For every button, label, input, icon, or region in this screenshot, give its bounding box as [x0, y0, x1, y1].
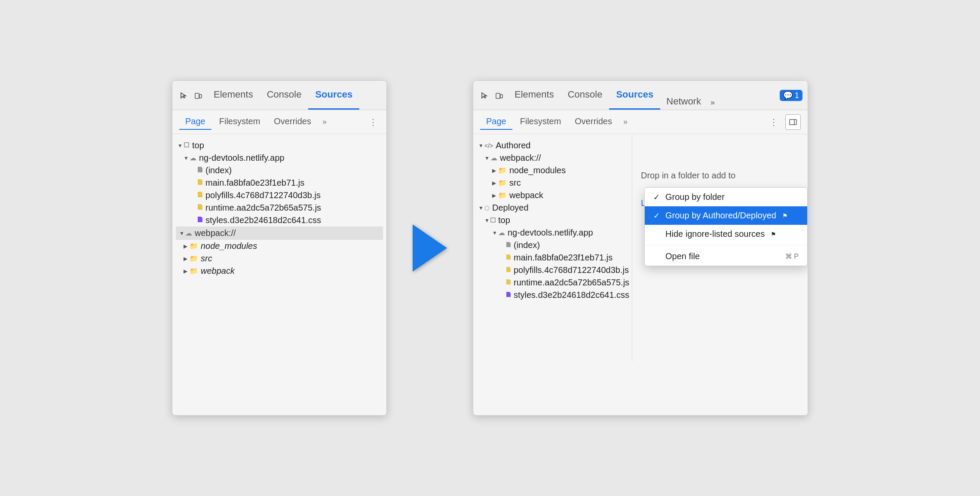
right-sub-tab-filesystem[interactable]: Filesystem — [514, 114, 567, 130]
file-icon-html — [197, 166, 203, 175]
right-filesystem-area: Drop in a folder to add to Learn more ab… — [632, 134, 808, 415]
svg-rect-1 — [199, 95, 202, 98]
tree-item-main-right[interactable]: main.fa8bfa0e23f1eb71.js — [477, 251, 628, 264]
right-inspect-icon[interactable] — [478, 89, 490, 101]
file-icon-html-right — [506, 242, 511, 249]
tree-item-top[interactable]: top — [176, 139, 383, 152]
tree-item-top-right[interactable]: top — [477, 214, 628, 227]
inspect-icon[interactable] — [178, 89, 190, 101]
right-device-icon[interactable] — [493, 89, 505, 101]
tree-label-index-right: (index) — [514, 240, 540, 250]
left-toolbar: Elements Console Sources — [172, 81, 386, 110]
tree-item-src[interactable]: 📁 src — [176, 252, 383, 265]
tree-item-ngdevtools[interactable]: ☁ ng-devtools.netlify.app — [176, 152, 383, 164]
dropdown-label-hide-ignore: Hide ignore-listed sources — [665, 229, 765, 239]
blue-arrow-icon — [413, 224, 447, 272]
file-icon-js-r2 — [506, 266, 511, 274]
tree-item-index[interactable]: (index) — [176, 164, 383, 177]
folder-icon-webpack-right: 📁 — [498, 191, 507, 199]
tree-arrow-src — [184, 256, 190, 262]
dropdown-group-by-authored[interactable]: ✓ Group by Authored/Deployed ⚑ — [645, 206, 807, 225]
tree-item-src-right[interactable]: 📁 src — [477, 177, 628, 189]
right-tab-more[interactable]: » — [707, 95, 718, 110]
tab-console[interactable]: Console — [260, 81, 309, 110]
file-icon-js1 — [197, 179, 203, 187]
dropdown-label-open-file: Open file — [665, 251, 700, 261]
right-tab-network[interactable]: Network — [660, 93, 707, 110]
tree-arrow-node-modules — [184, 243, 190, 249]
svg-rect-2 — [184, 143, 189, 147]
shortcut-open-file: ⌘ P — [785, 252, 799, 260]
dropdown-group-by-folder[interactable]: ✓ Group by folder — [645, 188, 807, 206]
sub-tab-page[interactable]: Page — [179, 114, 211, 130]
tree-item-runtime-right[interactable]: runtime.aa2dc5a72b65a575.js — [477, 276, 628, 289]
tree-section-webpack[interactable]: ☁ webpack:// — [176, 227, 383, 240]
tree-label-polyfills-right: polyfills.4c768d7122740d3b.js — [514, 265, 629, 275]
tree-label-top: top — [192, 141, 204, 150]
tree-item-index-right[interactable]: (index) — [477, 239, 628, 251]
tree-label-node-modules-right: node_modules — [509, 165, 566, 175]
tree-label-styles-right: styles.d3e2b24618d2c641.css — [514, 290, 629, 300]
tree-arrow-webpack-section — [179, 230, 185, 236]
folder-icon-src-right: 📁 — [498, 179, 507, 187]
tree-item-webpack-folder[interactable]: 📁 webpack — [176, 265, 383, 277]
context-menu: ✓ Group by folder ✓ Group by Authored/De… — [644, 187, 808, 266]
tree-item-authored[interactable]: </> Authored — [477, 139, 628, 152]
right-devtools-panel: Elements Console Sources Network » 💬 1 P… — [473, 80, 808, 416]
tree-item-main[interactable]: main.fa8bfa0e23f1eb71.js — [176, 177, 383, 189]
toggle-sidebar-button[interactable] — [785, 114, 801, 130]
tree-arrow-top-right — [484, 217, 490, 224]
right-sub-tab-page[interactable]: Page — [480, 114, 512, 130]
tree-label-authored: Authored — [496, 141, 530, 150]
dropdown-divider — [645, 245, 807, 245]
left-tab-bar: Elements Console Sources — [207, 81, 381, 110]
tree-label-webpack-right: webpack — [509, 190, 543, 200]
right-tab-elements[interactable]: Elements — [508, 81, 561, 110]
tree-item-polyfills[interactable]: polyfills.4c768d7122740d3b.js — [176, 189, 383, 202]
check-icon-group-folder: ✓ — [653, 193, 662, 202]
right-sub-tab-overrides[interactable]: Overrides — [569, 114, 618, 130]
tree-label-node-modules: node_modules — [201, 241, 257, 251]
tree-label-webpack-authored: webpack:// — [500, 153, 541, 163]
sub-tab-overrides[interactable]: Overrides — [268, 114, 317, 130]
tree-item-node-modules[interactable]: 📁 node_modules — [176, 240, 383, 252]
folder-icon-src: 📁 — [190, 254, 198, 263]
tree-arrow-node-modules-right — [492, 168, 498, 174]
dropdown-hide-ignore[interactable]: Hide ignore-listed sources ⚑ — [645, 225, 807, 243]
tree-arrow-deployed — [478, 205, 484, 211]
tree-item-styles-right[interactable]: styles.d3e2b24618d2c641.css — [477, 289, 628, 301]
more-options-button[interactable]: ⋮ — [367, 116, 380, 129]
tab-elements[interactable]: Elements — [207, 81, 260, 110]
tree-item-polyfills-right[interactable]: polyfills.4c768d7122740d3b.js — [477, 264, 628, 276]
tree-item-node-modules-right[interactable]: 📁 node_modules — [477, 164, 628, 177]
tree-label-src-right: src — [509, 178, 521, 188]
tree-arrow-webpack-right — [492, 193, 498, 199]
sub-tab-filesystem[interactable]: Filesystem — [213, 114, 266, 130]
device-icon[interactable] — [192, 89, 204, 101]
svg-rect-0 — [195, 93, 199, 98]
warning-icon-authored: ⚑ — [782, 212, 788, 219]
tree-arrow-ngdevtools-right — [492, 230, 498, 236]
tree-arrow-webpack-authored — [484, 155, 490, 161]
right-tab-sources[interactable]: Sources — [609, 81, 660, 110]
tree-label-webpack-folder: webpack — [201, 266, 235, 276]
right-sub-toolbar: Page Filesystem Overrides » ⋮ — [473, 110, 808, 134]
tree-item-webpack-authored[interactable]: ☁ webpack:// — [477, 152, 628, 164]
square-icon-right — [490, 217, 496, 224]
tree-item-ngdevtools-right[interactable]: ☁ ng-devtools.netlify.app — [477, 227, 628, 239]
cloud-icon-1: ☁ — [190, 154, 196, 162]
tree-item-styles[interactable]: styles.d3e2b24618d2c641.css — [176, 214, 383, 227]
chat-badge[interactable]: 💬 1 — [780, 90, 802, 101]
tab-sources[interactable]: Sources — [308, 81, 359, 110]
right-tab-console[interactable]: Console — [561, 81, 609, 110]
tree-item-runtime[interactable]: runtime.aa2dc5a72b65a575.js — [176, 202, 383, 214]
right-sub-tab-more[interactable]: » — [620, 116, 631, 128]
right-more-options-button[interactable]: ⋮ — [767, 116, 780, 129]
tree-item-webpack-right[interactable]: 📁 webpack — [477, 189, 628, 202]
dropdown-open-file[interactable]: Open file ⌘ P — [645, 247, 807, 266]
tree-label-ngdevtools: ng-devtools.netlify.app — [199, 153, 285, 163]
cloud-icon-authored: ☁ — [490, 154, 497, 162]
tree-item-deployed[interactable]: ⬡ Deployed — [477, 202, 628, 214]
file-icon-js-r1 — [506, 254, 511, 262]
sub-tab-more[interactable]: » — [319, 116, 330, 128]
